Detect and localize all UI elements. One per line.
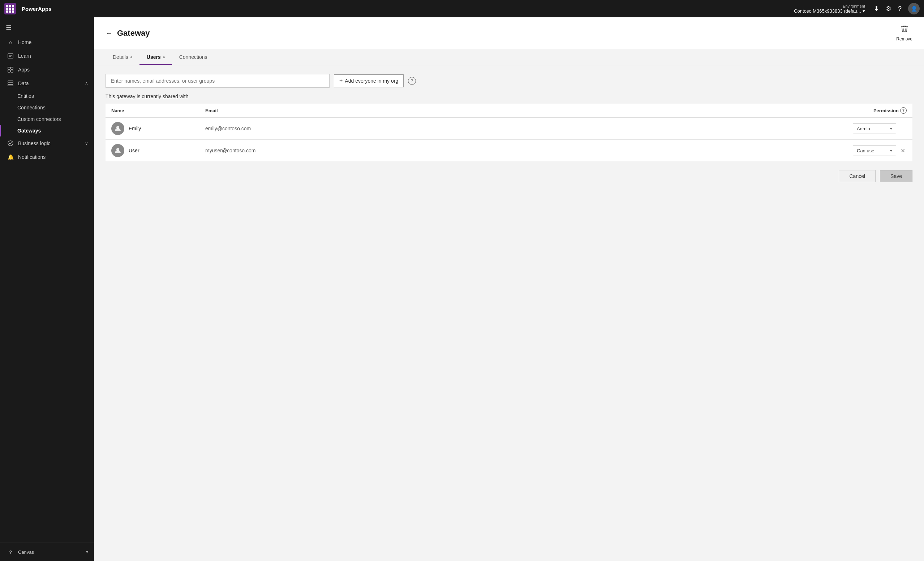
data-chevron-icon: ∧: [85, 81, 88, 86]
plus-icon: +: [339, 78, 343, 84]
tab-bar: Details Users Connections: [94, 49, 924, 65]
remove-button[interactable]: Remove: [896, 25, 912, 42]
apps-icon: [7, 66, 14, 73]
back-button[interactable]: ←: [105, 29, 113, 37]
svg-rect-9: [8, 85, 13, 86]
hamburger-button[interactable]: ☰: [0, 20, 94, 35]
business-logic-chevron-icon: ∨: [85, 141, 88, 146]
env-name: Contoso M365x933833 (defau... ▾: [794, 8, 865, 14]
tab-connections[interactable]: Connections: [172, 49, 214, 65]
search-row: + Add everyone in my org ?: [105, 74, 912, 88]
avatar: [111, 144, 124, 157]
user-name-cell: Emily: [105, 118, 200, 140]
shared-with-label: This gateway is currently shared with: [105, 94, 912, 99]
user-name-cell: User: [105, 140, 200, 162]
sidebar-item-notifications[interactable]: 🔔 Notifications: [0, 150, 94, 164]
tab-dot-users: [163, 56, 165, 58]
add-everyone-button[interactable]: + Add everyone in my org: [334, 74, 404, 87]
tab-details[interactable]: Details: [105, 49, 140, 65]
tab-dot-details: [130, 56, 132, 58]
waffle-icon: [6, 5, 14, 13]
sidebar-item-apps[interactable]: Apps: [0, 63, 94, 76]
sidebar-item-learn[interactable]: Learn: [0, 49, 94, 63]
svg-point-10: [8, 141, 13, 146]
users-table: Name Email Permission ?: [105, 103, 912, 162]
remove-user-button[interactable]: ✕: [899, 147, 907, 155]
help-icon[interactable]: ?: [898, 5, 902, 13]
user-email-cell: myuser@contoso.com: [200, 140, 546, 162]
topbar: PowerApps Environment Contoso M365x93383…: [0, 0, 924, 17]
permission-dropdown-emily[interactable]: Admin ▾: [853, 123, 896, 134]
permission-dropdown-user[interactable]: Can use ▾: [853, 145, 896, 156]
sidebar-item-gateways[interactable]: Gateways: [0, 125, 94, 136]
main-layout: ☰ ⌂ Home Learn Apps: [0, 17, 924, 561]
sidebar-item-business-logic[interactable]: Business logic ∨: [0, 136, 94, 150]
app-name: PowerApps: [22, 6, 52, 12]
permission-help-icon[interactable]: ?: [900, 107, 907, 114]
canvas-chevron-icon: ▾: [86, 549, 88, 555]
sidebar-item-custom-connectors[interactable]: Custom connectors: [0, 113, 94, 125]
svg-rect-4: [11, 67, 13, 69]
search-input[interactable]: [105, 74, 330, 88]
sidebar-item-connections[interactable]: Connections: [0, 102, 94, 113]
user-permission-cell: Can use ▾ ✕: [546, 140, 912, 162]
trash-icon: [900, 25, 909, 35]
permission-chevron-icon: ▾: [890, 148, 892, 153]
col-header-permission: Permission ?: [546, 103, 912, 118]
environment-selector[interactable]: Environment Contoso M365x933833 (defau..…: [794, 4, 865, 14]
learn-icon: [7, 53, 14, 59]
avatar: [111, 122, 124, 135]
sidebar-footer-canvas[interactable]: ? Canvas ▾: [0, 546, 94, 558]
col-header-name: Name: [105, 103, 200, 118]
sidebar: ☰ ⌂ Home Learn Apps: [0, 17, 94, 561]
svg-rect-7: [8, 81, 13, 82]
topbar-actions: ⬇ ⚙ ? 👤: [874, 3, 920, 15]
tab-users[interactable]: Users: [140, 49, 172, 65]
business-logic-icon: [7, 140, 14, 147]
svg-rect-0: [8, 54, 13, 58]
canvas-icon: ?: [7, 549, 14, 555]
footer-actions: Cancel Save: [105, 170, 912, 182]
sidebar-item-entities[interactable]: Entities: [0, 90, 94, 102]
permission-chevron-icon: ▾: [890, 126, 892, 131]
sidebar-item-home[interactable]: ⌂ Home: [0, 35, 94, 49]
svg-rect-5: [8, 70, 10, 72]
notifications-icon: 🔔: [7, 154, 14, 160]
page-title: Gateway: [117, 28, 150, 38]
col-header-email: Email: [200, 103, 546, 118]
download-icon[interactable]: ⬇: [874, 5, 879, 13]
svg-rect-6: [11, 70, 13, 72]
user-avatar[interactable]: 👤: [908, 3, 920, 15]
user-email-cell: emily@contoso.com: [200, 118, 546, 140]
content-area: ← Gateway Remove Details Users: [94, 17, 924, 561]
data-icon: [7, 80, 14, 87]
waffle-button[interactable]: [4, 3, 16, 15]
env-label: Environment: [843, 4, 865, 8]
table-row: User myuser@contoso.com Can use ▾: [105, 140, 912, 162]
svg-rect-3: [8, 67, 10, 69]
cancel-button[interactable]: Cancel: [839, 170, 876, 182]
home-icon: ⌂: [7, 39, 14, 45]
page-header: ← Gateway Remove: [94, 17, 924, 49]
save-button[interactable]: Save: [880, 170, 912, 182]
table-row: Emily emily@contoso.com Admin ▾: [105, 118, 912, 140]
sidebar-footer: ? Canvas ▾: [0, 543, 94, 561]
svg-rect-8: [8, 83, 13, 84]
add-everyone-help-icon[interactable]: ?: [408, 77, 416, 85]
user-permission-cell: Admin ▾ ✕: [546, 118, 912, 140]
page-body: + Add everyone in my org ? This gateway …: [94, 65, 924, 561]
settings-icon[interactable]: ⚙: [886, 5, 891, 13]
sidebar-item-data[interactable]: Data ∧: [0, 76, 94, 90]
